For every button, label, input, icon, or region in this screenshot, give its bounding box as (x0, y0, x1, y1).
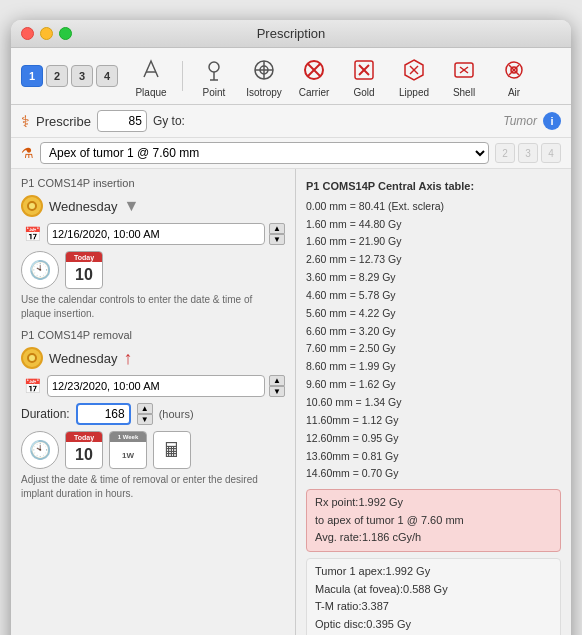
toolbar-air[interactable]: Air (491, 54, 537, 98)
prescribe-input[interactable] (97, 110, 147, 132)
duration-unit: (hours) (159, 408, 194, 420)
stepper-up-duration[interactable]: ▲ (137, 403, 153, 414)
toolbar-separator-1 (182, 61, 183, 91)
duration-stepper[interactable]: ▲ ▼ (137, 403, 153, 425)
stepper-down-removal[interactable]: ▼ (269, 386, 285, 397)
duration-input[interactable] (76, 403, 131, 425)
air-icon (498, 54, 530, 86)
right-panel: P1 COMS14P Central Axis table: 0.00 mm =… (296, 169, 571, 635)
axis-row: 13.60mm = 0.81 Gy (306, 448, 561, 466)
lipped-icon (398, 54, 430, 86)
axis-row: 0.00 mm = 80.41 (Ext. sclera) (306, 198, 561, 216)
insertion-day: Wednesday (49, 199, 117, 214)
axis-row: 6.60 mm = 3.20 Gy (306, 323, 561, 341)
tumor-line2: Macula (at fovea):0.588 Gy (315, 581, 552, 599)
rx-line2: to apex of tumor 1 @ 7.60 mm (315, 512, 552, 530)
removal-date-row: 📅 ▲ ▼ (21, 375, 285, 397)
sun-icon-removal (21, 347, 43, 369)
axis-row: 11.60mm = 1.12 Gy (306, 412, 561, 430)
stepper-down-duration[interactable]: ▼ (137, 414, 153, 425)
axis-row: 12.60mm = 0.95 Gy (306, 430, 561, 448)
rx-line3: Avg. rate:1.186 cGy/h (315, 529, 552, 547)
removal-date-input[interactable] (47, 375, 265, 397)
plaque-tab-group: 1 2 3 4 (21, 65, 118, 87)
axis-row: 14.60mm = 0.70 Gy (306, 465, 561, 483)
insertion-hint: Use the calendar controls to enter the d… (21, 293, 285, 321)
plaque-icon (135, 54, 167, 86)
today-num-removal: 10 (66, 442, 102, 468)
apex-icon: ⚗ (21, 145, 34, 161)
stepper-down-insertion[interactable]: ▼ (269, 234, 285, 245)
tumor-line3: T-M ratio:3.387 (315, 598, 552, 616)
rx-info-box: Rx point:1.992 Gy to apex of tumor 1 @ 7… (306, 489, 561, 552)
minimize-button[interactable] (40, 27, 53, 40)
shell-icon (448, 54, 480, 86)
today-label-removal: Today (74, 434, 94, 441)
toolbar-isotropy[interactable]: Isotropy (241, 54, 287, 98)
shell-label: Shell (453, 87, 475, 98)
toolbar-plaque[interactable]: Plaque (128, 54, 174, 98)
main-window: Prescription 1 2 3 4 Plaque (11, 20, 571, 635)
prescribe-row: ⚕ Prescribe Gy to: Tumor i (11, 105, 571, 138)
toolbar-shell[interactable]: Shell (441, 54, 487, 98)
clock-icon-removal: 🕙 (21, 431, 59, 469)
plaque-tab-1[interactable]: 1 (21, 65, 43, 87)
insertion-day-row: Wednesday ▼ (21, 195, 285, 217)
today-num-insertion: 10 (66, 262, 102, 288)
insertion-date-input[interactable] (47, 223, 265, 245)
prescribe-icon: ⚕ (21, 112, 30, 131)
gold-label: Gold (353, 87, 374, 98)
duration-label: Duration: (21, 407, 70, 421)
info-button[interactable]: i (543, 112, 561, 130)
calendar-icon-insertion: 📅 (21, 223, 43, 245)
removal-date-stepper[interactable]: ▲ ▼ (269, 375, 285, 397)
apex-row: ⚗ Apex of tumor 1 @ 7.60 mm 2 3 4 (11, 138, 571, 169)
axis-row: 10.60 mm = 1.34 Gy (306, 394, 561, 412)
left-panel: P1 COMS14P insertion Wednesday ▼ 📅 ▲ ▼ 🕙 (11, 169, 296, 635)
removal-title: P1 COMS14P removal (21, 329, 285, 341)
main-content: P1 COMS14P insertion Wednesday ▼ 📅 ▲ ▼ 🕙 (11, 169, 571, 635)
apex-select[interactable]: Apex of tumor 1 @ 7.60 mm (40, 142, 489, 164)
toolbar-carrier[interactable]: Carrier (291, 54, 337, 98)
titlebar: Prescription (11, 20, 571, 48)
chevron-down-icon-insertion: ▼ (123, 197, 139, 215)
axis-row: 1.60 mm = 21.90 Gy (306, 233, 561, 251)
close-button[interactable] (21, 27, 34, 40)
plaque-tab-3[interactable]: 3 (71, 65, 93, 87)
calculator-icon[interactable]: 🖩 (153, 431, 191, 469)
isotropy-label: Isotropy (246, 87, 282, 98)
up-arrow-icon-removal: ↑ (123, 348, 132, 369)
toolbar-gold[interactable]: Gold (341, 54, 387, 98)
window-title: Prescription (257, 26, 326, 41)
apex-tab-3[interactable]: 3 (518, 143, 538, 163)
apex-tab-group: 2 3 4 (495, 143, 561, 163)
apex-tab-2[interactable]: 2 (495, 143, 515, 163)
isotropy-icon (248, 54, 280, 86)
removal-calendar-row: 🕙 Today 10 1 Week 1W 🖩 (21, 431, 285, 469)
sun-icon-insertion (21, 195, 43, 217)
week-box[interactable]: 1 Week 1W (109, 431, 147, 469)
removal-day-row: Wednesday ↑ (21, 347, 285, 369)
axis-row: 2.60 mm = 12.73 Gy (306, 251, 561, 269)
plaque-tab-2[interactable]: 2 (46, 65, 68, 87)
calendar-today-insertion[interactable]: Today 10 (65, 251, 103, 289)
stepper-up-insertion[interactable]: ▲ (269, 223, 285, 234)
toolbar-point[interactable]: Point (191, 54, 237, 98)
axis-row: 8.60 mm = 1.99 Gy (306, 358, 561, 376)
stepper-up-removal[interactable]: ▲ (269, 375, 285, 386)
rx-line1: Rx point:1.992 Gy (315, 494, 552, 512)
axis-row: 3.60 mm = 8.29 Gy (306, 269, 561, 287)
axis-row: 1.60 mm = 44.80 Gy (306, 216, 561, 234)
clock-icon-insertion: 🕙 (21, 251, 59, 289)
maximize-button[interactable] (59, 27, 72, 40)
window-controls (21, 27, 72, 40)
toolbar-lipped[interactable]: Lipped (391, 54, 437, 98)
insertion-title: P1 COMS14P insertion (21, 177, 285, 189)
removal-day: Wednesday (49, 351, 117, 366)
insertion-date-stepper[interactable]: ▲ ▼ (269, 223, 285, 245)
plaque-tab-4[interactable]: 4 (96, 65, 118, 87)
calendar-today-removal[interactable]: Today 10 (65, 431, 103, 469)
apex-tab-4[interactable]: 4 (541, 143, 561, 163)
duration-row: Duration: ▲ ▼ (hours) (21, 403, 285, 425)
point-label: Point (203, 87, 226, 98)
